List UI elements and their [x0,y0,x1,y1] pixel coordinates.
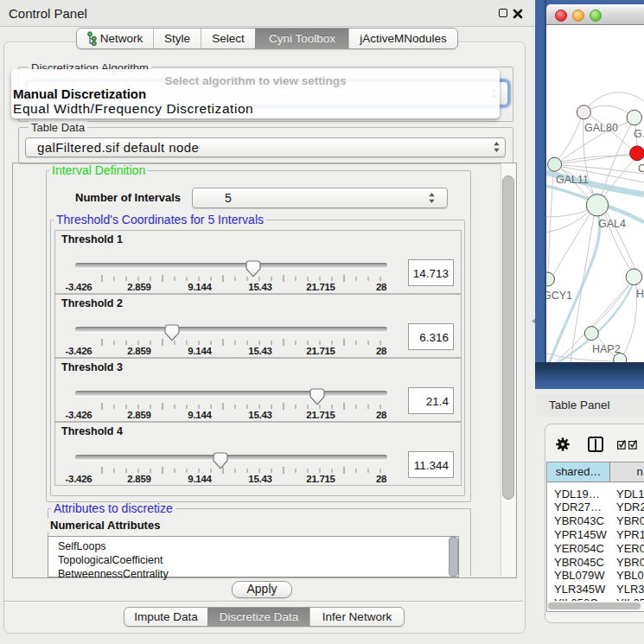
svg-text:GAL11: GAL11 [556,174,589,186]
svg-text:GAL80: GAL80 [584,122,618,134]
svg-text:H: H [636,288,644,300]
svg-text:GAL4: GAL4 [598,218,626,230]
svg-text:G.: G. [634,128,644,140]
svg-text:HAP2: HAP2 [592,343,621,355]
svg-text:GCY1: GCY1 [546,290,572,302]
svg-text:C: C [638,163,644,175]
